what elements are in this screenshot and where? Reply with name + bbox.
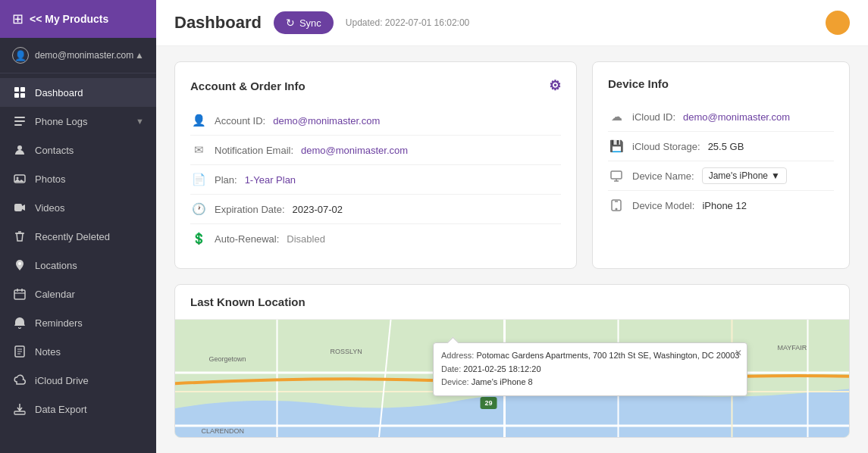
locations-icon <box>12 258 27 273</box>
device-name-row: Device Name: Jame's iPhone ▼ <box>608 161 834 191</box>
map-section-title: Last Known Location <box>175 285 849 320</box>
popup-address-row: Address: Potomac Gardens Apartments, 700… <box>441 349 739 363</box>
expiration-date-row: 🕐 Expiration Date: 2023-07-02 <box>190 195 561 224</box>
page-title: Dashboard <box>174 13 262 33</box>
device-select-chevron-icon: ▼ <box>771 170 780 181</box>
sidebar-item-photos[interactable]: Photos <box>0 164 156 193</box>
nav-label-videos: Videos <box>35 202 144 214</box>
icloud-id-icon: ☁ <box>608 108 625 125</box>
sidebar-item-data-export[interactable]: Data Export <box>0 395 156 423</box>
svg-rect-10 <box>14 204 22 211</box>
sync-button[interactable]: ↻ Sync <box>274 11 334 34</box>
popup-date-value: 2021-02-25 18:12:20 <box>463 364 541 373</box>
svg-point-12 <box>18 262 21 265</box>
icloud-storage-row: 💾 iCloud Storage: 25.5 GB <box>608 132 834 161</box>
sidebar-title: << My Products <box>30 13 108 25</box>
plan-row: 📄 Plan: 1-Year Plan <box>190 165 561 195</box>
sidebar-item-locations[interactable]: Locations <box>0 251 156 280</box>
data-export-icon <box>12 401 27 417</box>
calendar-icon <box>12 286 27 301</box>
icloud-id-row: ☁ iCloud ID: demo@monimaster.com <box>608 102 834 132</box>
reminders-icon <box>12 315 27 330</box>
sidebar-item-reminders[interactable]: Reminders <box>0 308 156 337</box>
nav-label-reminders: Reminders <box>35 317 144 329</box>
user-avatar-icon: 👤 <box>12 47 29 64</box>
sidebar-item-notes[interactable]: Notes <box>0 337 156 366</box>
sidebar-item-icloud-drive[interactable]: iCloud Drive <box>0 366 156 395</box>
svg-rect-15 <box>14 411 25 414</box>
svg-text:MAYFAIR: MAYFAIR <box>778 344 807 351</box>
nav-label-notes: Notes <box>35 346 144 358</box>
sidebar-item-phone-logs[interactable]: Phone Logs ▼ <box>0 107 156 136</box>
device-info-card: Device Info ☁ iCloud ID: demo@monimaster… <box>592 61 850 269</box>
videos-icon <box>12 200 27 215</box>
nav-label-photos: Photos <box>35 173 144 185</box>
nav-label-phone-logs: Phone Logs <box>35 116 128 127</box>
phone-logs-chevron-icon: ▼ <box>136 117 144 126</box>
photos-icon <box>12 171 27 186</box>
map-container[interactable]: 29 Georgetown ROSSLYN Arlington Washingt… <box>175 320 849 438</box>
sidebar-item-calendar[interactable]: Calendar <box>0 280 156 308</box>
avatar[interactable] <box>826 11 850 35</box>
nav-label-contacts: Contacts <box>35 145 144 156</box>
sidebar-user-left: 👤 demo@monimaster.com <box>12 47 133 64</box>
svg-marker-11 <box>22 205 25 211</box>
contacts-icon <box>12 142 27 158</box>
main-content-area: Dashboard ↻ Sync Updated: 2022-07-01 16:… <box>156 0 868 453</box>
svg-text:CLARENDON: CLARENDON <box>202 427 245 435</box>
nav-label-recently-deleted: Recently Deleted <box>35 231 144 242</box>
popup-close-button[interactable]: ✕ <box>735 346 742 361</box>
sidebar-item-dashboard[interactable]: Dashboard <box>0 78 156 107</box>
recently-deleted-icon <box>12 229 27 244</box>
plan-value: 1-Year Plan <box>245 174 296 186</box>
gear-icon[interactable]: ⚙ <box>549 77 561 94</box>
auto-renewal-value: Disabled <box>287 233 325 245</box>
device-model-row: Device Model: iPhone 12 <box>608 191 834 220</box>
dashboard-icon <box>12 85 27 100</box>
phone-logs-icon <box>12 114 27 129</box>
device-card-title: Device Info <box>608 77 834 90</box>
svg-rect-16 <box>611 171 622 179</box>
svg-rect-0 <box>14 87 19 92</box>
popup-device-value: Jame's iPhone 8 <box>472 377 533 386</box>
sidebar-header[interactable]: ⊞ << My Products <box>0 0 156 38</box>
plan-icon: 📄 <box>190 171 207 188</box>
sidebar-item-recently-deleted[interactable]: Recently Deleted <box>0 222 156 251</box>
cards-row: Account & Order Info ⚙ 👤 Account ID: dem… <box>174 61 850 269</box>
svg-text:ROSSLYN: ROSSLYN <box>331 348 362 355</box>
user-chevron-icon[interactable]: ▲ <box>135 50 144 61</box>
sidebar-item-contacts[interactable]: Contacts <box>0 136 156 164</box>
popup-device-row: Device: Jame's iPhone 8 <box>441 376 739 389</box>
account-card-title: Account & Order Info ⚙ <box>190 77 561 94</box>
expiration-icon: 🕐 <box>190 201 207 217</box>
map-location-popup: ✕ Address: Potomac Gardens Apartments, 7… <box>433 342 747 396</box>
svg-text:Georgetown: Georgetown <box>209 355 246 363</box>
sidebar-user[interactable]: 👤 demo@monimaster.com ▲ <box>0 38 156 73</box>
sync-button-label: Sync <box>299 17 321 29</box>
main-content: Account & Order Info ⚙ 👤 Account ID: dem… <box>156 46 868 453</box>
auto-renewal-icon: 💲 <box>190 230 207 247</box>
nav-label-dashboard: Dashboard <box>35 87 144 98</box>
nav-label-calendar: Calendar <box>35 289 144 300</box>
sync-icon: ↻ <box>286 17 295 29</box>
icloud-storage-value: 25.5 GB <box>708 141 744 152</box>
notification-email-row: ✉ Notification Email: demo@monimaster.co… <box>190 136 561 165</box>
sidebar-item-videos[interactable]: Videos <box>0 193 156 222</box>
device-name-select[interactable]: Jame's iPhone ▼ <box>702 167 787 184</box>
email-icon: ✉ <box>190 142 207 158</box>
expiration-date-value: 2023-07-02 <box>293 204 343 215</box>
nav-label-locations: Locations <box>35 260 144 271</box>
notes-icon <box>12 344 27 359</box>
svg-rect-1 <box>20 87 25 92</box>
sidebar: ⊞ << My Products 👤 demo@monimaster.com ▲… <box>0 0 156 453</box>
account-id-row: 👤 Account ID: demo@monimaster.com <box>190 106 561 136</box>
device-model-value: iPhone 12 <box>702 200 747 211</box>
svg-point-18 <box>616 208 617 210</box>
notification-email-value: demo@monimaster.com <box>301 145 408 156</box>
icloud-storage-icon: 💾 <box>608 138 625 155</box>
main-header: Dashboard ↻ Sync Updated: 2022-07-01 16:… <box>156 0 868 46</box>
svg-point-7 <box>17 145 22 150</box>
nav-label-icloud-drive: iCloud Drive <box>35 375 144 386</box>
updated-timestamp: Updated: 2022-07-01 16:02:00 <box>346 17 469 28</box>
auto-renewal-row: 💲 Auto-Renewal: Disabled <box>190 224 561 253</box>
